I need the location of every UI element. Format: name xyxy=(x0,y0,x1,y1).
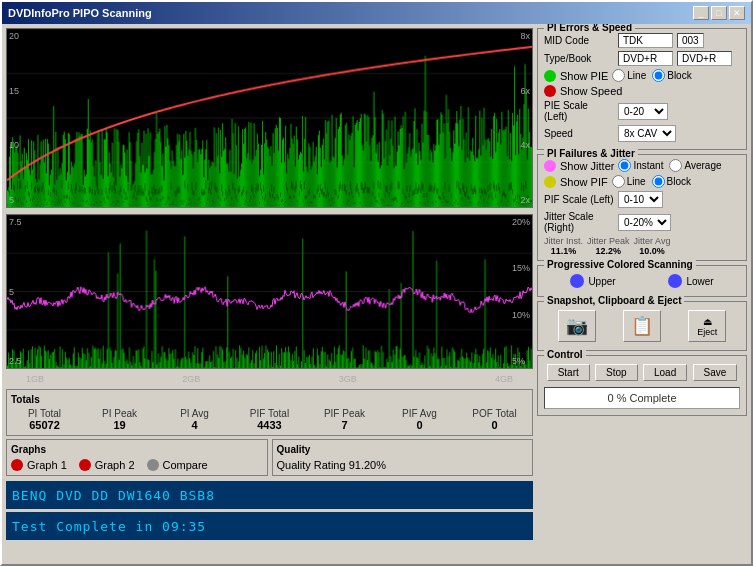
jitter-instant-radio[interactable]: Instant xyxy=(618,159,663,172)
graph1-item[interactable]: Graph 1 xyxy=(11,459,67,471)
compare-dot xyxy=(147,459,159,471)
pie-scale-row: PIE Scale (Left) 0-20 0-50 0-100 xyxy=(544,100,740,122)
stop-button[interactable]: Stop xyxy=(595,364,638,381)
graphs-title: Graphs xyxy=(11,444,263,455)
pie-radio-group: Line Block xyxy=(612,69,691,82)
top-chart-right-labels: 8x 6x 4x 2x xyxy=(520,29,530,207)
quality-title: Quality xyxy=(277,444,529,455)
jitter-stats-row: Jitter Inst. 11.1% Jitter Peak 12.2% Jit… xyxy=(544,236,740,256)
graphs-items: Graph 1 Graph 2 Compare xyxy=(11,459,263,471)
left-panel: 20 15 10 5 8x 6x 4x 2x 7.5 5 2.5 xyxy=(6,28,533,560)
maximize-button[interactable]: □ xyxy=(711,6,727,20)
pie-dot xyxy=(544,70,556,82)
value-pif-total: 4433 xyxy=(236,419,303,431)
lcd-text-2: Test Complete in 09:35 xyxy=(12,519,206,534)
speed-row: Speed 8x CAV 4x CAV xyxy=(544,125,740,142)
snapshot-title: Snapshot, Clipboard & Eject xyxy=(544,295,684,306)
jitter-scale-select[interactable]: 0-20% 0-30% xyxy=(618,214,671,231)
close-button[interactable]: ✕ xyxy=(729,6,745,20)
jitter-avg-value: 10.0% xyxy=(639,246,665,256)
type-book-row: Type/Book DVD+R DVD+R xyxy=(544,51,740,66)
totals-labels-row: PI Total PI Peak PI Avg PIF Total PIF Pe… xyxy=(11,408,528,419)
lcd-display-1: BENQ DVD DD DW1640 BSB8 xyxy=(6,481,533,509)
compare-label: Compare xyxy=(163,459,208,471)
speed-select[interactable]: 8x CAV 4x CAV xyxy=(618,125,676,142)
value-pi-avg: 4 xyxy=(161,419,228,431)
pie-line-radio[interactable]: Line xyxy=(612,69,646,82)
totals-title: Totals xyxy=(11,394,528,405)
pif-scale-row: PIF Scale (Left) 0-10 0-20 xyxy=(544,191,740,208)
totals-values-row: 65072 19 4 4433 7 0 0 xyxy=(11,419,528,431)
lower-label: Lower xyxy=(686,276,713,287)
graph1-label: Graph 1 xyxy=(27,459,67,471)
type-book-label: Type/Book xyxy=(544,53,614,64)
pif-dot xyxy=(544,176,556,188)
show-speed-label: Show Speed xyxy=(560,85,622,97)
progress-bar: 0 % Complete xyxy=(544,387,740,409)
label-pif-peak: PIF Peak xyxy=(311,408,378,419)
eject-button[interactable]: ⏏ Eject xyxy=(688,310,726,342)
load-button[interactable]: Load xyxy=(643,364,687,381)
pie-block-radio[interactable]: Block xyxy=(652,69,691,82)
graphs-panel: Graphs Graph 1 Graph 2 Compare xyxy=(6,439,268,476)
x-axis-labels: 1GB 2GB 3GB 4GB xyxy=(6,372,533,386)
pif-radio-group: Line Block xyxy=(612,175,691,188)
lower-dot xyxy=(668,274,682,288)
jitter-inst-col: Jitter Inst. 11.1% xyxy=(544,236,583,256)
pcs-group: Progressive Colored Scanning Upper Lower xyxy=(537,265,747,297)
label-pif-avg: PIF Avg xyxy=(386,408,453,419)
control-title: Control xyxy=(544,349,586,360)
pi-failures-group: PI Failures & Jitter Show Jitter Instant… xyxy=(537,154,747,261)
show-pie-row: Show PIE Line Block xyxy=(544,69,740,82)
title-bar: DVDInfoPro PIPO Scanning _ □ ✕ xyxy=(2,2,751,24)
pif-line-radio[interactable]: Line xyxy=(612,175,646,188)
bottom-chart: 7.5 5 2.5 20% 15% 10% 5% xyxy=(6,214,533,369)
mid-code-value2: 003 xyxy=(677,33,704,48)
value-pi-peak: 19 xyxy=(86,419,153,431)
start-button[interactable]: Start xyxy=(547,364,590,381)
pi-failures-title: PI Failures & Jitter xyxy=(544,148,638,159)
pcs-row: Upper Lower xyxy=(544,270,740,292)
pcs-upper: Upper xyxy=(570,274,615,288)
show-pif-row: Show PIF Line Block xyxy=(544,175,740,188)
minimize-button[interactable]: _ xyxy=(693,6,709,20)
value-pof-total: 0 xyxy=(461,419,528,431)
pif-block-radio[interactable]: Block xyxy=(652,175,691,188)
jitter-dot xyxy=(544,160,556,172)
graph2-dot xyxy=(79,459,91,471)
type-book-value1: DVD+R xyxy=(618,51,673,66)
save-button[interactable]: Save xyxy=(693,364,738,381)
snapshot-button[interactable]: 📷 xyxy=(558,310,596,342)
show-jitter-row: Show Jitter Instant Average xyxy=(544,159,740,172)
show-speed-row: Show Speed xyxy=(544,85,740,97)
clipboard-button[interactable]: 📋 xyxy=(623,310,661,342)
label-pof-total: POF Total xyxy=(461,408,528,419)
label-pi-peak: PI Peak xyxy=(86,408,153,419)
value-pif-peak: 7 xyxy=(311,419,378,431)
quality-panel: Quality Quality Rating 91.20% xyxy=(272,439,534,476)
type-book-value2: DVD+R xyxy=(677,51,732,66)
upper-label: Upper xyxy=(588,276,615,287)
jitter-peak-label: Jitter Peak xyxy=(587,236,630,246)
upper-dot xyxy=(570,274,584,288)
show-jitter-label: Show Jitter xyxy=(560,160,614,172)
show-pif-label: Show PIF xyxy=(560,176,608,188)
graph1-dot xyxy=(11,459,23,471)
compare-item[interactable]: Compare xyxy=(147,459,208,471)
graph2-label: Graph 2 xyxy=(95,459,135,471)
jitter-peak-col: Jitter Peak 12.2% xyxy=(587,236,630,256)
lcd-text-1: BENQ DVD DD DW1640 BSB8 xyxy=(12,488,215,503)
top-chart: 20 15 10 5 8x 6x 4x 2x xyxy=(6,28,533,208)
quality-value: Quality Rating 91.20% xyxy=(277,459,529,471)
graph2-item[interactable]: Graph 2 xyxy=(79,459,135,471)
pi-errors-group: PI Errors & Speed MID Code TDK 003 Type/… xyxy=(537,28,747,150)
pie-scale-select[interactable]: 0-20 0-50 0-100 xyxy=(618,103,668,120)
label-pi-total: PI Total xyxy=(11,408,78,419)
pif-scale-select[interactable]: 0-10 0-20 xyxy=(618,191,663,208)
jitter-average-radio[interactable]: Average xyxy=(669,159,721,172)
title-bar-buttons: _ □ ✕ xyxy=(693,6,745,20)
jitter-scale-row: Jitter Scale (Right) 0-20% 0-30% xyxy=(544,211,740,233)
eject-label: Eject xyxy=(697,327,717,337)
bottom-row: Graphs Graph 1 Graph 2 Compare xyxy=(6,439,533,476)
pie-scale-label: PIE Scale (Left) xyxy=(544,100,614,122)
